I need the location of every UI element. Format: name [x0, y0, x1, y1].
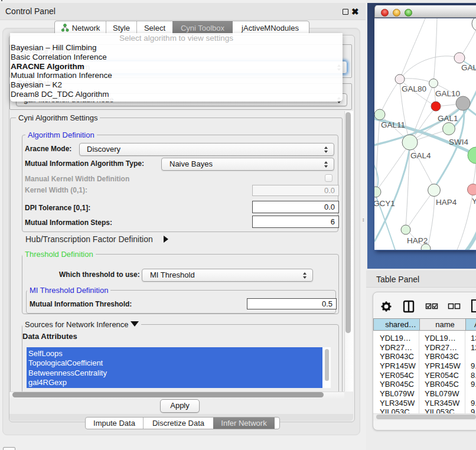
svg-text:GAL11: GAL11	[381, 120, 405, 129]
svg-text:GAL1: GAL1	[438, 114, 458, 123]
svg-text:SWI4: SWI4	[449, 138, 468, 146]
svg-text:YM: YM	[472, 197, 476, 206]
svg-text:GAL10: GAL10	[435, 89, 460, 98]
svg-text:GAL80: GAL80	[402, 84, 426, 93]
svg-text:HAP4: HAP4	[436, 198, 457, 207]
svg-text:GAL4: GAL4	[410, 151, 431, 160]
svg-text:GCY1: GCY1	[374, 199, 395, 208]
svg-text:HAP2: HAP2	[407, 236, 428, 245]
svg-text:GAL7: GAL7	[461, 63, 476, 72]
